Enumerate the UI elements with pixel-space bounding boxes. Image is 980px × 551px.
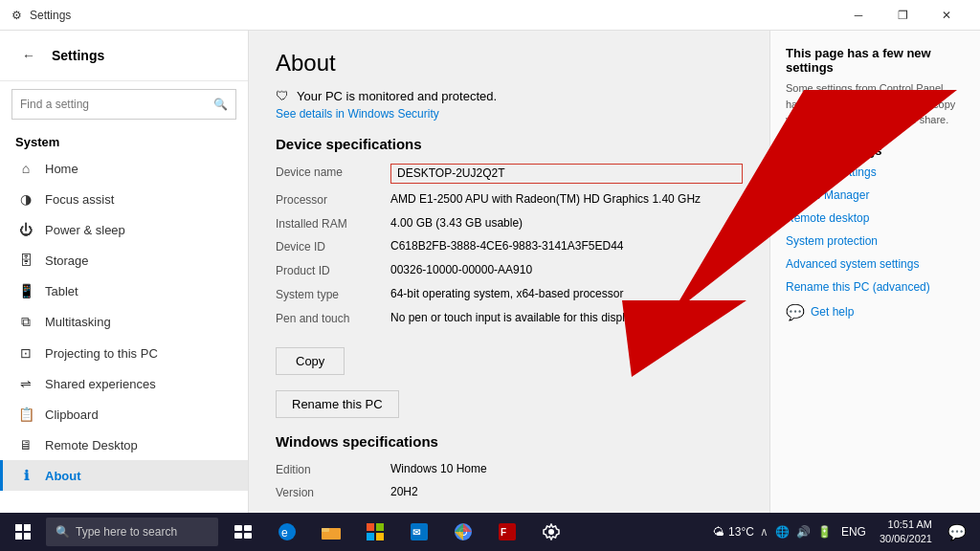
spec-label-device-name: Device name xyxy=(276,164,390,184)
sidebar-header: ← Settings xyxy=(0,31,248,81)
spec-row-processor: Processor AMD E1-2500 APU with Radeon(TM… xyxy=(276,191,743,208)
power-icon: ⏻ xyxy=(18,222,33,237)
sidebar-item-power-sleep[interactable]: ⏻ Power & sleep xyxy=(0,214,248,245)
rename-advanced-link[interactable]: Rename this PC (advanced) xyxy=(786,280,965,294)
shield-icon: 🛡 xyxy=(276,88,289,103)
sidebar-item-label: Clipboard xyxy=(45,408,99,422)
main-layout: ← Settings 🔍 System ⌂ Home ◑ Focus assis… xyxy=(0,31,980,513)
taskbar-search[interactable]: 🔍 Type here to search xyxy=(46,518,218,546)
svg-rect-6 xyxy=(244,525,252,531)
device-manager-link[interactable]: Device Manager xyxy=(786,188,965,202)
right-panel: This page has a few new settings Some se… xyxy=(769,31,980,513)
clock[interactable]: 10:51 AM 30/06/2021 xyxy=(874,518,938,547)
title-bar-controls: ─ ❐ ✕ xyxy=(836,0,969,31)
sidebar-item-shared-experiences[interactable]: ⇌ Shared experiences xyxy=(0,368,248,399)
sidebar-item-remote-desktop[interactable]: 🖥 Remote Desktop xyxy=(0,430,248,460)
restore-button[interactable]: ❐ xyxy=(880,0,924,31)
spec-label-edition: Edition xyxy=(276,461,390,477)
chrome-button[interactable] xyxy=(442,513,484,551)
spec-value-version: 20H2 xyxy=(390,484,743,500)
taskview-button[interactable] xyxy=(222,513,264,551)
help-row: 💬 Get help xyxy=(786,303,965,321)
caret-up-icon[interactable]: ∧ xyxy=(758,525,770,539)
svg-text:F: F xyxy=(501,527,506,538)
sidebar-back-button[interactable]: ← xyxy=(15,42,42,69)
sidebar-item-about[interactable]: ℹ About xyxy=(0,460,248,491)
home-icon: ⌂ xyxy=(18,161,33,176)
search-input[interactable] xyxy=(12,98,206,111)
settings-taskbar-button[interactable] xyxy=(530,513,572,551)
projecting-icon: ⊡ xyxy=(18,345,33,361)
sidebar-item-clipboard[interactable]: 📋 Clipboard xyxy=(0,399,248,430)
see-details-link[interactable]: See details in Windows Security xyxy=(276,107,743,121)
taskbar-right: 🌤 13°C ∧ 🌐 🔊 🔋 ENG 10:51 AM 30/06/2021 💬 xyxy=(713,513,976,551)
related-settings-title: Related settings xyxy=(786,143,965,158)
spec-label-version: Version xyxy=(276,484,390,500)
weather-widget[interactable]: 🌤 13°C xyxy=(713,525,754,539)
spec-value-processor: AMD E1-2500 APU with Radeon(TM) HD Graph… xyxy=(390,191,743,208)
settings-icon: ⚙ xyxy=(11,9,22,22)
spec-row-version: Version 20H2 xyxy=(276,484,743,500)
spec-value-pen-touch: No pen or touch input is available for t… xyxy=(390,310,743,326)
advanced-system-link[interactable]: Advanced system settings xyxy=(786,257,965,271)
sidebar-item-focus-assist[interactable]: ◑ Focus assist xyxy=(0,184,248,214)
weather-temp: 13°C xyxy=(728,525,754,539)
rename-container: Rename this PC xyxy=(276,390,743,418)
time-display: 10:51 AM xyxy=(880,518,932,532)
svg-rect-1 xyxy=(15,524,22,531)
spec-value-edition: Windows 10 Home xyxy=(390,461,743,477)
minimize-button[interactable]: ─ xyxy=(836,0,880,31)
svg-rect-8 xyxy=(244,533,252,539)
svg-text:e: e xyxy=(281,526,288,540)
protection-text: Your PC is monitored and protected. xyxy=(297,89,497,103)
file-explorer-button[interactable] xyxy=(310,513,352,551)
edge-browser-button[interactable]: e xyxy=(266,513,308,551)
filezilla-button[interactable]: F xyxy=(486,513,528,551)
device-specs-title: Device specifications xyxy=(276,136,743,152)
bitlocker-link[interactable]: BitLocker settings xyxy=(786,165,965,179)
about-icon: ℹ xyxy=(18,468,33,483)
shared-icon: ⇌ xyxy=(18,376,33,391)
spec-value-ram: 4.00 GB (3.43 GB usable) xyxy=(390,215,743,231)
svg-rect-3 xyxy=(15,533,22,540)
search-icon: 🔍 xyxy=(56,525,70,539)
spec-value-system-type: 64-bit operating system, x64-based proce… xyxy=(390,286,743,302)
outlook-button[interactable]: ✉ xyxy=(398,513,440,551)
notification-icon: 💬 xyxy=(947,523,967,541)
date-display: 30/06/2021 xyxy=(880,532,932,546)
svg-rect-5 xyxy=(234,525,242,531)
weather-icon: 🌤 xyxy=(713,525,724,539)
sidebar-item-label: About xyxy=(45,469,81,483)
system-protection-link[interactable]: System protection xyxy=(786,234,965,248)
svg-point-24 xyxy=(548,529,554,535)
copy-button[interactable]: Copy xyxy=(276,347,345,375)
start-button[interactable] xyxy=(4,513,42,551)
network-icon[interactable]: 🌐 xyxy=(773,525,791,539)
rename-pc-button[interactable]: Rename this PC xyxy=(276,390,399,418)
language-indicator[interactable]: ENG xyxy=(837,525,870,539)
sidebar-item-multitasking[interactable]: ⧉ Multitasking xyxy=(0,306,248,338)
sidebar-search-box[interactable]: 🔍 xyxy=(11,89,236,120)
remote-desktop-icon: 🖥 xyxy=(18,437,33,452)
sidebar-item-projecting[interactable]: ⊡ Projecting to this PC xyxy=(0,338,248,368)
windows-specs-title: Windows specifications xyxy=(276,433,743,450)
spec-label-pen-touch: Pen and touch xyxy=(276,310,390,326)
store-button[interactable] xyxy=(354,513,396,551)
remote-desktop-link[interactable]: Remote desktop xyxy=(786,211,965,225)
close-button[interactable]: ✕ xyxy=(924,0,969,31)
notification-button[interactable]: 💬 xyxy=(942,513,972,551)
sidebar-item-tablet[interactable]: 📱 Tablet xyxy=(0,276,248,306)
spec-row-device-name: Device name DESKTOP-2UJ2Q2T xyxy=(276,164,743,184)
spec-row-device-id: Device ID C618B2FB-3888-4CE6-9883-3141A3… xyxy=(276,238,743,254)
volume-icon[interactable]: 🔊 xyxy=(794,525,813,539)
spec-value-device-id: C618B2FB-3888-4CE6-9883-3141A3F5ED44 xyxy=(390,238,743,254)
multitasking-icon: ⧉ xyxy=(18,314,33,330)
get-help-link[interactable]: Get help xyxy=(811,305,854,319)
sidebar-item-home[interactable]: ⌂ Home xyxy=(0,153,248,184)
sidebar: ← Settings 🔍 System ⌂ Home ◑ Focus assis… xyxy=(0,31,249,513)
battery-icon[interactable]: 🔋 xyxy=(815,525,834,539)
taskbar-pinned-icons: e ✉ xyxy=(222,513,572,551)
sidebar-item-label: Tablet xyxy=(45,284,78,298)
protection-banner: 🛡 Your PC is monitored and protected. xyxy=(276,88,743,103)
sidebar-item-storage[interactable]: 🗄 Storage xyxy=(0,245,248,276)
